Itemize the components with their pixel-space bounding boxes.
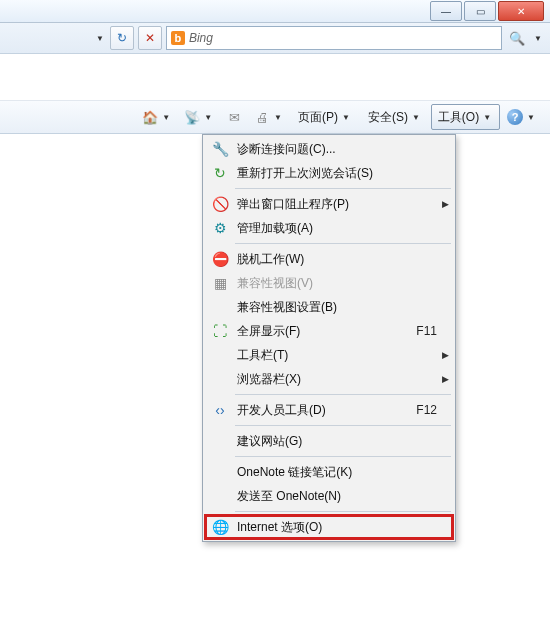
menu-item[interactable]: ⚙管理加载项(A) [205, 216, 453, 240]
menu-item[interactable]: 🌐Internet 选项(O) [205, 515, 453, 539]
menu-separator [235, 188, 451, 189]
safety-menu-label: 安全(S) [368, 109, 408, 126]
menu-item-label: 兼容性视图设置(B) [237, 299, 397, 316]
menu-item-label: OneNote 链接笔记(K) [237, 464, 397, 481]
menu-item-icon: ‹› [209, 399, 231, 421]
feeds-icon: 📡 [184, 109, 200, 125]
menu-item-icon: 🚫 [209, 193, 231, 215]
address-dropdown-icon[interactable]: ▼ [94, 34, 106, 43]
safety-menu-button[interactable]: 安全(S) ▼ [361, 104, 429, 130]
mail-icon: ✉ [226, 109, 242, 125]
menu-item: ▦兼容性视图(V) [205, 271, 453, 295]
chevron-down-icon[interactable]: ▼ [272, 113, 284, 122]
menu-separator [235, 511, 451, 512]
menu-item-icon [209, 430, 231, 452]
menu-item[interactable]: ⛔脱机工作(W) [205, 247, 453, 271]
menu-item-icon: ▦ [209, 272, 231, 294]
tools-menu-label: 工具(O) [438, 109, 479, 126]
menu-item[interactable]: 🚫弹出窗口阻止程序(P)▶ [205, 192, 453, 216]
refresh-icon: ↻ [117, 31, 127, 45]
stop-icon: ✕ [145, 31, 155, 45]
address-bar-row: ▼ ↻ ✕ b Bing 🔍 ▼ [0, 23, 550, 54]
menu-item-label: 兼容性视图(V) [237, 275, 397, 292]
close-button[interactable]: ✕ [498, 1, 544, 21]
menu-item-icon [209, 344, 231, 366]
menu-item-label: 开发人员工具(D) [237, 402, 397, 419]
tools-menu-button[interactable]: 工具(O) ▼ [431, 104, 500, 130]
menu-item-label: 诊断连接问题(C)... [237, 141, 397, 158]
menu-item-label: 浏览器栏(X) [237, 371, 397, 388]
window-titlebar: — ▭ ✕ [0, 0, 550, 23]
menu-item[interactable]: OneNote 链接笔记(K) [205, 460, 453, 484]
menu-item-icon: 🔧 [209, 138, 231, 160]
chevron-down-icon: ▼ [410, 113, 422, 122]
menu-item[interactable]: ⛶全屏显示(F)F11 [205, 319, 453, 343]
minimize-button[interactable]: — [430, 1, 462, 21]
menu-separator [235, 243, 451, 244]
feeds-button[interactable]: 📡 ▼ [179, 104, 219, 130]
maximize-button[interactable]: ▭ [464, 1, 496, 21]
menu-item-icon: 🌐 [209, 516, 231, 538]
menu-separator [235, 425, 451, 426]
chevron-down-icon: ▼ [340, 113, 352, 122]
read-mail-button[interactable]: ✉ [221, 104, 247, 130]
home-button[interactable]: 🏠 ▼ [137, 104, 177, 130]
stop-button[interactable]: ✕ [138, 26, 162, 50]
menu-item-hotkey: F11 [397, 324, 437, 338]
chevron-down-icon[interactable]: ▼ [202, 113, 214, 122]
menu-item-label: 全屏显示(F) [237, 323, 397, 340]
chevron-down-icon[interactable]: ▼ [525, 113, 537, 122]
refresh-button[interactable]: ↻ [110, 26, 134, 50]
menu-separator [235, 456, 451, 457]
menu-item-label: Internet 选项(O) [237, 519, 397, 536]
help-button[interactable]: ? ▼ [502, 104, 542, 130]
menu-item[interactable]: 发送至 OneNote(N) [205, 484, 453, 508]
print-button[interactable]: 🖨 ▼ [249, 104, 289, 130]
search-button[interactable]: 🔍 [506, 31, 528, 46]
menu-item-label: 发送至 OneNote(N) [237, 488, 397, 505]
window-buttons: — ▭ ✕ [430, 1, 544, 21]
menu-item-label: 重新打开上次浏览会话(S) [237, 165, 397, 182]
menu-item-icon [209, 485, 231, 507]
menu-item[interactable]: 🔧诊断连接问题(C)... [205, 137, 453, 161]
menu-item-icon [209, 296, 231, 318]
chevron-down-icon[interactable]: ▼ [160, 113, 172, 122]
menu-separator [235, 394, 451, 395]
menu-item[interactable]: 兼容性视图设置(B) [205, 295, 453, 319]
submenu-arrow-icon: ▶ [437, 374, 449, 384]
search-icon: 🔍 [509, 31, 525, 46]
menu-item-hotkey: F12 [397, 403, 437, 417]
menu-item[interactable]: 浏览器栏(X)▶ [205, 367, 453, 391]
search-placeholder: Bing [189, 31, 213, 45]
tabs-area [0, 54, 550, 101]
menu-item-icon: ⛔ [209, 248, 231, 270]
menu-item[interactable]: ‹›开发人员工具(D)F12 [205, 398, 453, 422]
menu-item-label: 管理加载项(A) [237, 220, 397, 237]
menu-item[interactable]: 工具栏(T)▶ [205, 343, 453, 367]
home-icon: 🏠 [142, 109, 158, 125]
page-menu-button[interactable]: 页面(P) ▼ [291, 104, 359, 130]
submenu-arrow-icon: ▶ [437, 350, 449, 360]
menu-item-label: 弹出窗口阻止程序(P) [237, 196, 397, 213]
submenu-arrow-icon: ▶ [437, 199, 449, 209]
page-menu-label: 页面(P) [298, 109, 338, 126]
menu-item[interactable]: 建议网站(G) [205, 429, 453, 453]
bing-icon: b [171, 31, 185, 45]
help-icon: ? [507, 109, 523, 125]
menu-item-label: 工具栏(T) [237, 347, 397, 364]
menu-item-icon [209, 368, 231, 390]
tools-dropdown-menu: 🔧诊断连接问题(C)...↻重新打开上次浏览会话(S)🚫弹出窗口阻止程序(P)▶… [202, 134, 456, 542]
menu-item-icon: ⛶ [209, 320, 231, 342]
menu-item-icon: ⚙ [209, 217, 231, 239]
search-dropdown-icon[interactable]: ▼ [532, 34, 544, 43]
chevron-down-icon: ▼ [481, 113, 493, 122]
menu-item-icon [209, 461, 231, 483]
command-bar: 🏠 ▼ 📡 ▼ ✉ 🖨 ▼ 页面(P) ▼ 安全(S) ▼ 工具(O) ▼ ? … [0, 101, 550, 134]
search-box[interactable]: b Bing [166, 26, 502, 50]
menu-item[interactable]: ↻重新打开上次浏览会话(S) [205, 161, 453, 185]
menu-item-icon: ↻ [209, 162, 231, 184]
print-icon: 🖨 [254, 109, 270, 125]
menu-item-label: 脱机工作(W) [237, 251, 397, 268]
menu-item-label: 建议网站(G) [237, 433, 397, 450]
